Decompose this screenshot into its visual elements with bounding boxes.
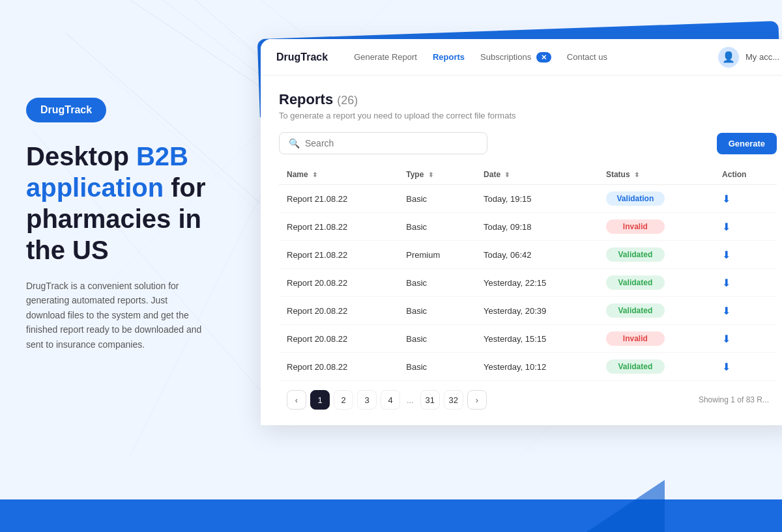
table-header: Name ⬍ Type ⬍ Date ⬍ Status ⬍ [279,165,777,185]
cell-name: Report 20.08.22 [279,325,398,353]
generate-button[interactable]: Generate [717,133,777,154]
cell-type: Basic [398,213,476,241]
next-page-button[interactable]: › [467,390,487,410]
table-row: Report 20.08.22 Basic Yesterday, 20:39 V… [279,297,777,325]
status-badge: Invalid [606,219,665,234]
cell-type: Basic [398,297,476,325]
cell-status: Invalid [598,325,714,353]
cell-type: Basic [398,353,476,381]
app-content: Reports (26) To generate a report you ne… [261,76,782,425]
download-icon[interactable]: ⬇ [722,305,731,316]
cell-name: Report 21.08.22 [279,241,398,269]
cell-action[interactable]: ⬇ [714,269,777,297]
cell-name: Report 20.08.22 [279,297,398,325]
status-badge: Validation [606,191,665,206]
page-subtitle: To generate a report you need to upload … [279,111,516,120]
cell-action[interactable]: ⬇ [714,297,777,325]
cell-status: Validated [598,269,714,297]
status-badge: Validated [606,303,665,318]
page-count: (26) [337,94,358,107]
cell-action[interactable]: ⬇ [714,353,777,381]
cell-status: Validated [598,241,714,269]
download-icon[interactable]: ⬇ [722,221,731,232]
table-row: Report 20.08.22 Basic Yesterday, 15:15 I… [279,325,777,353]
nav-subscriptions[interactable]: Subscriptions ✕ [480,52,551,62]
table-row: Report 21.08.22 Premium Today, 06:42 Val… [279,241,777,269]
search-icon: 🔍 [289,138,300,148]
table-row: Report 20.08.22 Basic Yesterday, 10:12 V… [279,353,777,381]
page-1-button[interactable]: 1 [310,390,330,410]
page-4-button[interactable]: 4 [381,390,400,410]
cell-action[interactable]: ⬇ [714,185,777,213]
nav-contact[interactable]: Contact us [567,52,607,62]
pagination-info: Showing 1 of 83 R... [699,395,769,404]
download-icon[interactable]: ⬇ [722,333,731,344]
cell-name: Report 20.08.22 [279,269,398,297]
cell-date: Yesterday, 22:15 [476,269,598,297]
nav-subscriptions-label: Subscriptions [480,52,531,62]
app-window: DrugTrack Generate Report Reports Subscr… [261,39,782,425]
deco-triangle [586,480,665,532]
download-icon[interactable]: ⬇ [722,193,731,204]
pagination-ellipsis: ... [404,395,416,405]
hero-description: DrugTrack is a convenient solution for g… [26,279,209,352]
download-icon[interactable]: ⬇ [722,361,731,372]
cell-status: Validated [598,353,714,381]
nav-reports[interactable]: Reports [433,52,465,62]
col-date[interactable]: Date ⬍ [476,165,598,185]
search-row: 🔍 Generate [279,132,777,154]
cell-type: Premium [398,241,476,269]
cell-action[interactable]: ⬇ [714,213,777,241]
col-type[interactable]: Type ⬍ [398,165,476,185]
col-name-label: Name [287,170,308,179]
page-title: Reports (26) [279,91,516,108]
hero-text-plain: Desktop [26,142,136,171]
pagination: ‹ 1 2 3 4 ... 31 32 › Showing 1 of 83 R.… [279,381,777,415]
download-icon[interactable]: ⬇ [722,277,731,288]
cell-date: Today, 06:42 [476,241,598,269]
table-row: Report 21.08.22 Basic Today, 09:18 Inval… [279,213,777,241]
nav-subscriptions-badge: ✕ [536,52,551,63]
col-status[interactable]: Status ⬍ [598,165,714,185]
brand-pill: DrugTrack [26,98,106,122]
download-icon[interactable]: ⬇ [722,249,731,260]
page-31-button[interactable]: 31 [420,390,440,410]
search-box[interactable]: 🔍 [279,132,487,154]
avatar: 👤 [718,47,739,68]
col-name[interactable]: Name ⬍ [279,165,398,185]
cell-name: Report 21.08.22 [279,213,398,241]
cell-date: Yesterday, 10:12 [476,353,598,381]
hero-title: Desktop B2B application for pharmacies i… [26,141,228,266]
status-badge: Validated [606,247,665,262]
search-input[interactable] [305,138,478,148]
cell-action[interactable]: ⬇ [714,241,777,269]
nav-account-label[interactable]: My acc... [746,52,779,62]
nav-links: Generate Report Reports Subscriptions ✕ … [354,52,718,62]
cell-status: Validated [598,297,714,325]
cell-date: Yesterday, 15:15 [476,325,598,353]
brand-pill-label: DrugTrack [40,104,92,116]
cell-status: Validation [598,185,714,213]
sort-status-icon: ⬍ [634,171,639,178]
nav-generate-report[interactable]: Generate Report [354,52,417,62]
page-2-button[interactable]: 2 [334,390,353,410]
prev-page-button[interactable]: ‹ [287,390,306,410]
cell-name: Report 20.08.22 [279,353,398,381]
col-type-label: Type [406,170,424,179]
cell-type: Basic [398,185,476,213]
col-action: Action [714,165,777,185]
cell-type: Basic [398,269,476,297]
left-panel: DrugTrack Desktop B2B application for ph… [0,0,254,532]
col-status-label: Status [606,170,630,179]
nav-logo: DrugTrack [276,51,328,63]
sort-type-icon: ⬍ [428,171,433,178]
page-3-button[interactable]: 3 [357,390,377,410]
sort-name-icon: ⬍ [312,171,317,178]
app-nav: DrugTrack Generate Report Reports Subscr… [261,39,782,76]
page-32-button[interactable]: 32 [444,390,463,410]
cell-action[interactable]: ⬇ [714,325,777,353]
user-icon: 👤 [722,51,735,63]
cell-status: Invalid [598,213,714,241]
col-action-label: Action [722,170,746,179]
status-badge: Validated [606,359,665,374]
